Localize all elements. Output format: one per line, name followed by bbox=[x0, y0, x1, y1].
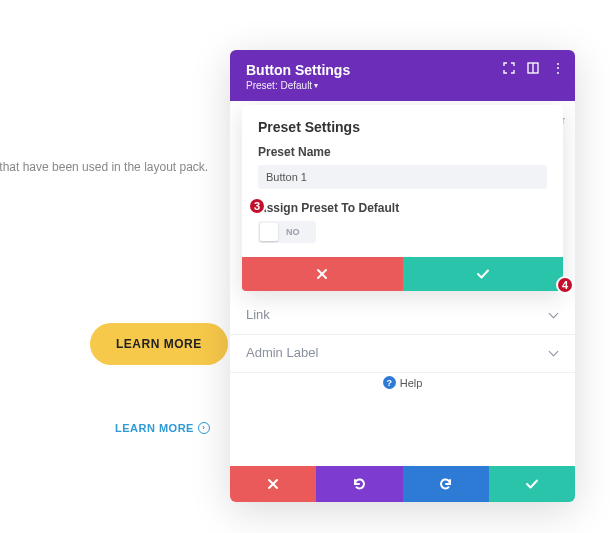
section-admin-label[interactable]: Admin Label bbox=[230, 333, 575, 373]
redo-button[interactable] bbox=[403, 466, 489, 502]
preset-actions bbox=[242, 257, 563, 291]
caret-down-icon: ▾ bbox=[314, 81, 318, 90]
settings-panel: Button Settings Preset: Default ▾ ⋮ er ⋮ bbox=[230, 50, 575, 502]
discard-button[interactable] bbox=[230, 466, 316, 502]
panel-body: er ⋮ Preset Settings Preset Name Assign … bbox=[230, 101, 575, 466]
assign-default-label: Assign Preset To Default bbox=[258, 201, 547, 215]
section-link[interactable]: Link bbox=[230, 295, 575, 335]
check-icon bbox=[476, 268, 490, 280]
preset-name-input[interactable] bbox=[258, 165, 547, 189]
save-button[interactable] bbox=[489, 466, 575, 502]
chevron-right-icon: › bbox=[198, 422, 210, 434]
menu-dots-icon[interactable]: ⋮ bbox=[551, 63, 565, 73]
background-text: ttons that have been used in the layout … bbox=[0, 160, 208, 174]
chevron-down-icon bbox=[549, 348, 559, 358]
close-icon bbox=[267, 478, 279, 490]
expand-icon[interactable] bbox=[503, 62, 515, 74]
toggle-knob bbox=[260, 223, 278, 241]
learn-more-button[interactable]: LEARN MORE bbox=[90, 323, 228, 365]
help-icon: ? bbox=[383, 376, 396, 389]
annotation-badge-3: 3 bbox=[248, 197, 266, 215]
learn-more-link-label: LEARN MORE bbox=[115, 422, 194, 434]
help-label: Help bbox=[400, 377, 423, 389]
help-link[interactable]: ? Help bbox=[230, 376, 575, 389]
columns-icon[interactable] bbox=[527, 62, 539, 74]
section-link-label: Link bbox=[246, 307, 270, 322]
preset-confirm-button[interactable] bbox=[403, 257, 564, 291]
section-admin-label-text: Admin Label bbox=[246, 345, 318, 360]
panel-header: Button Settings Preset: Default ▾ ⋮ bbox=[230, 50, 575, 101]
undo-icon bbox=[352, 477, 366, 491]
redo-icon bbox=[439, 477, 453, 491]
check-icon bbox=[525, 478, 539, 490]
assign-default-toggle[interactable]: NO bbox=[258, 221, 316, 243]
preset-indicator[interactable]: Preset: Default ▾ bbox=[246, 80, 559, 91]
toggle-value: NO bbox=[286, 227, 300, 237]
preset-name-label: Preset Name bbox=[258, 145, 547, 159]
chevron-down-icon bbox=[549, 310, 559, 320]
bottom-bar bbox=[230, 466, 575, 502]
preset-cancel-button[interactable] bbox=[242, 257, 403, 291]
preset-indicator-label: Preset: Default bbox=[246, 80, 312, 91]
preset-settings-card: Preset Settings Preset Name Assign Prese… bbox=[242, 105, 563, 291]
preset-settings-heading: Preset Settings bbox=[258, 119, 547, 135]
undo-button[interactable] bbox=[316, 466, 402, 502]
close-icon bbox=[316, 268, 328, 280]
annotation-badge-4: 4 bbox=[556, 276, 574, 294]
learn-more-link[interactable]: LEARN MORE › bbox=[115, 422, 210, 434]
